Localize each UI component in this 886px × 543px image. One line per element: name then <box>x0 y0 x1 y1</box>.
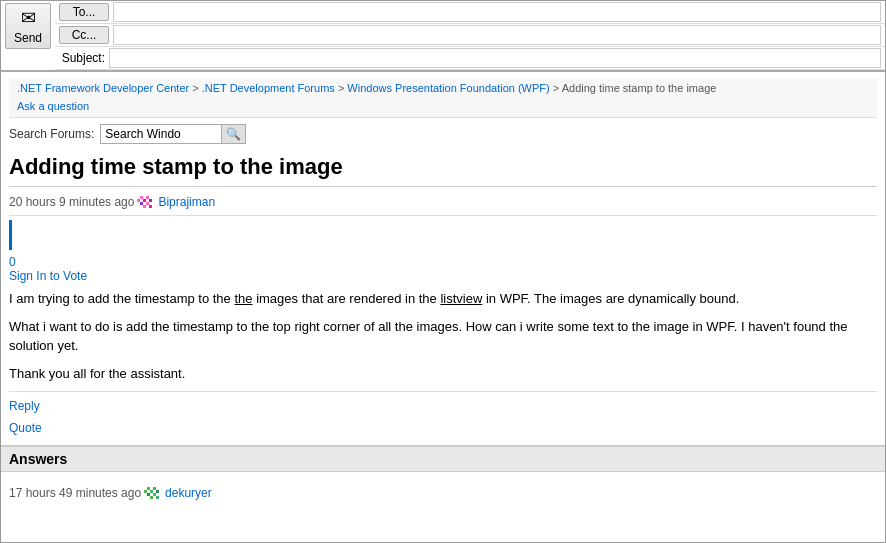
answer-author-link[interactable]: dekuryer <box>165 486 212 500</box>
answers-content: 17 hours 49 minutes ago dekuryer <box>1 472 885 512</box>
email-header: ✉ Send To... Cc... Subject: <box>1 1 885 72</box>
svg-rect-5 <box>143 199 146 202</box>
breadcrumb-link-2[interactable]: .NET Development Forums <box>202 82 335 94</box>
svg-rect-19 <box>156 496 159 499</box>
svg-rect-11 <box>147 487 150 490</box>
send-icon: ✉ <box>21 7 36 29</box>
vote-bar-indicator <box>9 220 12 250</box>
breadcrumb-sep-3: > <box>553 82 562 94</box>
answer-author-avatar <box>144 484 162 502</box>
breadcrumb-link-3[interactable]: Windows Presentation Foundation (WPF) <box>347 82 549 94</box>
breadcrumb-link-1[interactable]: .NET Framework Developer Center <box>17 82 189 94</box>
svg-rect-7 <box>149 199 152 202</box>
answer-time: 17 hours 49 minutes ago <box>9 486 141 500</box>
breadcrumb-area: .NET Framework Developer Center > .NET D… <box>9 78 877 118</box>
post-time: 20 hours 9 minutes ago <box>9 195 134 209</box>
post-paragraph-1: I am trying to add the timestamp to the … <box>9 289 877 309</box>
cc-row: Cc... <box>55 24 885 47</box>
post-actions: Reply Quote <box>9 391 877 439</box>
svg-rect-9 <box>149 205 152 208</box>
search-button[interactable]: 🔍 <box>221 125 245 143</box>
breadcrumb-current: Adding time stamp to the image <box>562 82 717 94</box>
answer-meta: 17 hours 49 minutes ago dekuryer <box>9 484 877 502</box>
to-input[interactable] <box>113 2 881 22</box>
post-paragraph-3: Thank you all for the assistant. <box>9 364 877 384</box>
post-text-1a: I am trying to add the timestamp to the <box>9 291 234 306</box>
to-button[interactable]: To... <box>59 3 109 21</box>
breadcrumb: .NET Framework Developer Center > .NET D… <box>17 82 869 94</box>
subject-label: Subject: <box>59 51 109 65</box>
search-label: Search Forums: <box>9 127 94 141</box>
svg-rect-16 <box>144 490 147 493</box>
post-title: Adding time stamp to the image <box>9 154 877 187</box>
ask-question-area: Ask a question <box>17 98 869 113</box>
send-label: Send <box>14 31 42 45</box>
vote-count: 0 <box>9 255 16 269</box>
ask-question-link[interactable]: Ask a question <box>17 100 89 112</box>
post-text-1c: in WPF. The images are dynamically bound… <box>482 291 739 306</box>
author-avatar <box>137 193 155 211</box>
post-text-listview: listview <box>440 291 482 306</box>
svg-rect-2 <box>146 196 149 199</box>
svg-rect-1 <box>140 196 143 199</box>
svg-rect-3 <box>140 202 143 205</box>
post-paragraph-2: What i want to do is add the timestamp t… <box>9 317 877 356</box>
svg-rect-14 <box>153 493 156 496</box>
cc-button[interactable]: Cc... <box>59 26 109 44</box>
author-link[interactable]: Biprajiman <box>158 195 215 209</box>
svg-rect-8 <box>143 205 146 208</box>
reply-link[interactable]: Reply <box>9 396 877 418</box>
subject-row: Subject: <box>55 47 885 70</box>
svg-rect-17 <box>156 490 159 493</box>
post-meta: 20 hours 9 minutes ago Biprajiman <box>9 193 877 211</box>
post-body: I am trying to add the timestamp to the … <box>9 289 877 383</box>
svg-rect-18 <box>150 496 153 499</box>
post-text-the: the <box>234 291 252 306</box>
subject-input[interactable] <box>109 48 881 68</box>
svg-rect-4 <box>146 202 149 205</box>
email-fields: To... Cc... Subject: <box>55 1 885 70</box>
vote-bar <box>9 220 877 250</box>
send-button[interactable]: ✉ Send <box>5 3 51 49</box>
svg-rect-13 <box>147 493 150 496</box>
sign-in-to-vote-link[interactable]: Sign In to Vote <box>9 269 877 283</box>
breadcrumb-sep-2: > <box>338 82 347 94</box>
quote-link[interactable]: Quote <box>9 418 877 440</box>
search-input-wrapper: 🔍 <box>100 124 246 144</box>
cc-input[interactable] <box>113 25 881 45</box>
breadcrumb-sep-1: > <box>192 82 201 94</box>
svg-rect-15 <box>150 490 153 493</box>
app-window: ✉ Send To... Cc... Subject: .NET Framewo… <box>0 0 886 543</box>
search-area: Search Forums: 🔍 <box>9 124 877 144</box>
svg-rect-6 <box>137 199 140 202</box>
post-divider-top <box>9 215 877 216</box>
forum-content: .NET Framework Developer Center > .NET D… <box>1 72 885 445</box>
search-input[interactable] <box>101 125 221 143</box>
svg-rect-12 <box>153 487 156 490</box>
post-text-1b: images that are rendered in the <box>253 291 441 306</box>
answers-header: Answers <box>1 445 885 472</box>
to-row: To... <box>55 1 885 24</box>
